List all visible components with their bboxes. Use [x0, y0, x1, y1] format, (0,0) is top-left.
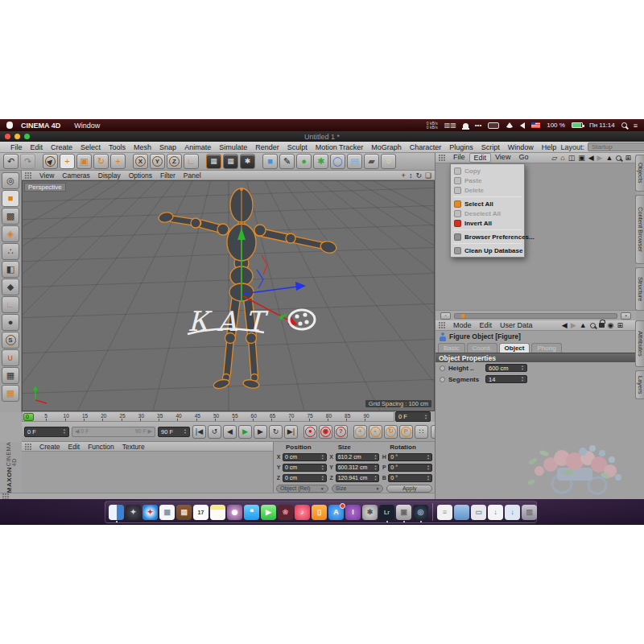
dock-folder-documents[interactable] — [454, 505, 469, 520]
thumbnail-size-slider[interactable] — [454, 313, 617, 319]
viewport-maximize-icon[interactable]: ❏ — [425, 171, 431, 180]
dock-messages[interactable]: ❝ — [244, 505, 259, 520]
move-tool[interactable]: + — [60, 154, 75, 169]
attr-new-panel-icon[interactable]: ⊞ — [617, 321, 623, 329]
attr-filter-icon[interactable]: ◉ — [608, 321, 614, 329]
frame-number-field[interactable]: 0 F — [395, 411, 431, 422]
edit-menu-item-select-all[interactable]: Select All — [451, 199, 524, 208]
edit-menu-item-clean-up-database[interactable]: Clean Up Database — [451, 246, 524, 255]
material-menu-edit[interactable]: Edit — [64, 443, 85, 451]
size-y-field[interactable]: 600.312 cm — [336, 464, 380, 472]
dock-cinema-4d[interactable]: ◎ — [413, 505, 428, 520]
texture-mode[interactable]: ▩ — [2, 208, 19, 225]
dock-launchpad[interactable]: ✦ — [126, 505, 141, 520]
viewport-menu-view[interactable]: View — [35, 171, 58, 180]
points-mode[interactable]: ∴ — [2, 243, 19, 260]
dock-safari[interactable]: ✦ — [142, 505, 158, 520]
y-axis-lock[interactable]: Y — [150, 154, 165, 169]
add-light-button[interactable]: ○ — [381, 154, 396, 169]
browser-home-icon[interactable]: ⌂ — [560, 154, 564, 162]
stepper-icon[interactable] — [321, 454, 324, 460]
browser-new-panel-icon[interactable]: ⊞ — [625, 154, 631, 162]
play-forwards-button[interactable]: ↻ — [269, 425, 283, 439]
figure-object[interactable] — [158, 188, 337, 390]
app-menu-character[interactable]: Character — [406, 143, 446, 151]
app-menu-mesh[interactable]: Mesh — [130, 143, 155, 151]
edit-menu-item-browser-preferences[interactable]: Browser Preferences... — [451, 232, 524, 242]
panel-handle[interactable] — [439, 322, 446, 328]
add-camera-button[interactable]: ▰ — [364, 154, 379, 169]
model-mode[interactable]: ■ — [2, 190, 19, 207]
last-used-tool[interactable]: + — [110, 154, 126, 169]
app-menu-plugins[interactable]: Plugins — [445, 143, 477, 151]
browser-search-icon[interactable] — [616, 155, 621, 161]
dock-downloads-card[interactable]: ↓ — [488, 505, 503, 520]
dock-itunes[interactable]: ♪ — [295, 505, 310, 520]
thumbnail-large-button[interactable]: ▪ — [621, 312, 631, 320]
apply-button[interactable]: Apply — [386, 485, 432, 493]
more-status-icon[interactable]: ••• — [475, 122, 481, 129]
attr-up-icon[interactable]: ▲ — [580, 321, 587, 329]
render-settings-button[interactable]: ✱ — [240, 154, 255, 169]
viewport-move-icon[interactable]: + — [402, 171, 406, 180]
stepper-icon[interactable] — [374, 475, 377, 481]
browser-forward-icon[interactable]: ▶ — [597, 154, 603, 162]
coordinate-mode-dropdown[interactable]: Object (Rel)▼ — [276, 485, 328, 493]
wifi-icon[interactable] — [506, 122, 514, 128]
attr-menu-user-data[interactable]: User Data — [496, 321, 537, 329]
browser-menu-go[interactable]: Go — [514, 153, 532, 163]
material-menu-function[interactable]: Function — [84, 443, 118, 451]
app-menu-snap[interactable]: Snap — [155, 143, 180, 151]
autokey-button[interactable]: ◉ — [319, 425, 332, 439]
browser-presets-icon[interactable]: ◫ — [568, 154, 576, 162]
enable-axis-mode[interactable]: ∟ — [2, 296, 19, 313]
workplane-mode[interactable]: ◈ — [2, 225, 19, 242]
attr-forward-icon[interactable]: ▶ — [571, 321, 576, 329]
redo-button[interactable]: ↷ — [20, 154, 35, 169]
edges-mode[interactable]: ◧ — [2, 261, 19, 278]
property-field-segments[interactable]: 14 — [485, 375, 527, 383]
notification-center-icon[interactable]: ≡ — [634, 122, 638, 130]
browser-menu-view[interactable]: View — [491, 153, 514, 163]
app-menu-select[interactable]: Select — [76, 143, 105, 151]
viewport-solo-mode[interactable]: ● — [2, 314, 19, 331]
app-menu-tools[interactable]: Tools — [105, 143, 130, 151]
app-menu-sculpt[interactable]: Sculpt — [283, 143, 312, 151]
stepper-icon[interactable] — [427, 464, 430, 471]
material-menu-texture[interactable]: Texture — [118, 443, 149, 451]
material-menu-create[interactable]: Create — [35, 443, 64, 451]
input-language-flag-icon[interactable] — [531, 122, 540, 128]
panel-handle[interactable] — [439, 155, 446, 161]
stepper-icon[interactable] — [427, 475, 430, 481]
dock-utility[interactable]: ▣ — [396, 505, 411, 520]
browser-catalog-icon[interactable]: ▣ — [578, 154, 585, 162]
lock-workplane-button[interactable]: ▦ — [2, 367, 19, 384]
snap-mode[interactable]: S — [2, 332, 19, 349]
activity-icon[interactable]: ▥▥ — [444, 122, 456, 129]
coordinate-size-dropdown[interactable]: Size▼ — [332, 485, 384, 493]
add-spline-button[interactable]: ✎ — [279, 154, 295, 169]
x-axis-lock[interactable]: X — [133, 154, 148, 169]
stepper-icon[interactable] — [374, 454, 377, 460]
attribute-tab-object[interactable]: Object — [499, 343, 530, 353]
macos-menu-window[interactable]: Window — [70, 122, 104, 130]
app-menu-edit[interactable]: Edit — [27, 143, 47, 151]
stepper-icon[interactable] — [321, 475, 324, 481]
preview-range-slider[interactable]: ◀ 0 F 90 F ▶ — [72, 427, 155, 437]
current-frame-field[interactable]: 0 F — [24, 427, 69, 437]
attribute-object-header[interactable]: Figure Object [Figure] — [436, 331, 636, 342]
app-menu-script[interactable]: Script — [477, 143, 504, 151]
animation-dot-icon[interactable] — [440, 377, 445, 382]
panel-handle[interactable] — [25, 444, 32, 450]
stepper-icon[interactable] — [321, 464, 324, 471]
z-axis-lock[interactable]: Z — [167, 154, 182, 169]
app-menu-file[interactable]: File — [6, 143, 27, 151]
side-tab-layers[interactable]: Layers — [635, 370, 644, 399]
app-menu-create[interactable]: Create — [47, 143, 76, 151]
record-keyframe-button[interactable]: ● — [303, 425, 317, 439]
attribute-tab-phong[interactable]: Phong — [531, 343, 561, 353]
dock-lightroom[interactable]: Lr — [379, 505, 394, 520]
dock-app-store[interactable]: A — [328, 505, 344, 520]
dock-facetime[interactable]: ▶ — [261, 505, 276, 520]
dock-ibooks[interactable]: ▯ — [312, 505, 327, 520]
